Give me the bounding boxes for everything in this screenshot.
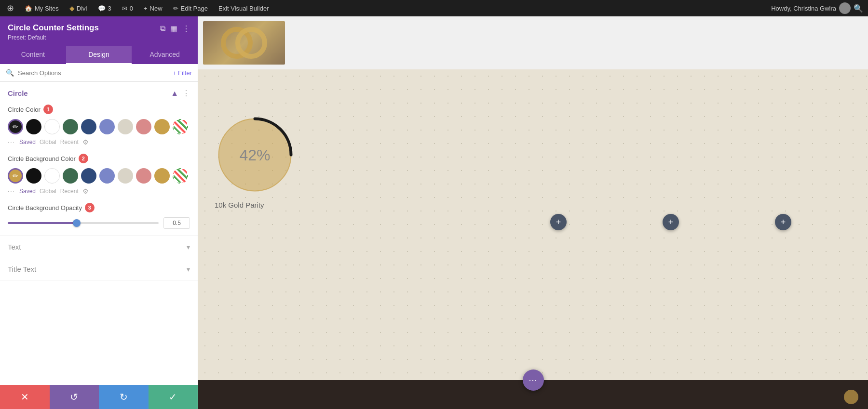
circle-bg-opacity-badge: 3: [85, 203, 95, 212]
circle-color-actions: ··· Saved Global Recent ⚙: [8, 134, 190, 147]
filter-button[interactable]: + Filter: [173, 69, 192, 77]
circle-section: Circle ▲ ⋮ Circle Color 1 ✏: [0, 82, 198, 236]
main-layout: Circle Counter Settings Preset: Default …: [0, 16, 868, 409]
color-swatch[interactable]: [136, 168, 151, 184]
color-swatch[interactable]: [44, 119, 60, 134]
save-button[interactable]: ✓: [149, 385, 198, 409]
circle-bg-color-label: Circle Background Color 2: [8, 154, 190, 163]
collapse-icon[interactable]: ⧉: [160, 24, 165, 33]
color-dots[interactable]: ···: [8, 188, 15, 195]
circle-color-field: Circle Color 1 ✏: [0, 105, 198, 154]
color-swatch[interactable]: [99, 119, 115, 134]
text-section[interactable]: Text ▾: [0, 236, 198, 258]
opacity-value-input[interactable]: 0.5: [163, 217, 190, 229]
add-column-button-1[interactable]: +: [550, 214, 567, 230]
color-swatch-striped[interactable]: [173, 119, 188, 134]
color-global-btn[interactable]: Global: [40, 139, 56, 145]
circle-bg-color-field: Circle Background Color 2 ✏: [0, 154, 198, 203]
color-swatch[interactable]: [81, 119, 96, 134]
canvas-main-area: 42% 10k Gold Parity + + + +: [198, 69, 868, 380]
wordpress-icon: ⊕: [7, 3, 14, 13]
circle-bg-opacity-field: Circle Background Opacity 3 0.5: [0, 203, 198, 236]
circle-section-header[interactable]: Circle ▲ ⋮: [0, 82, 198, 105]
circle-color-swatches: ✏: [8, 119, 190, 134]
color-swatch[interactable]: [63, 168, 78, 184]
color-swatch[interactable]: [118, 119, 133, 134]
circle-counter-label: 10k Gold Parity: [213, 201, 297, 209]
wp-bar-left: ⊕ 🏠 My Sites ◈ Divi 💬 3 ✉ 0 + New ✏ Edit…: [5, 2, 763, 14]
circle-percent-value: 42%: [239, 146, 270, 164]
color-swatch[interactable]: [136, 119, 151, 134]
search-icon[interactable]: 🔍: [854, 4, 863, 13]
my-sites-button[interactable]: 🏠 My Sites: [23, 4, 61, 13]
color-swatch[interactable]: [81, 168, 96, 184]
tab-content[interactable]: Content: [0, 46, 66, 64]
tab-design[interactable]: Design: [66, 46, 132, 64]
section-more-icon[interactable]: ⋮: [182, 89, 190, 98]
header-icons: ⧉ ▦ ⋮: [160, 24, 190, 33]
search-input[interactable]: [18, 69, 169, 77]
chevron-up-icon[interactable]: ▲: [171, 89, 178, 98]
comments-button[interactable]: 💬 3: [96, 4, 113, 13]
bottom-bar: ✕ ↺ ↻ ✓: [0, 385, 198, 409]
circle-color-badge: 1: [43, 105, 53, 114]
color-swatch[interactable]: [154, 168, 170, 184]
bg-color-swatch-active[interactable]: ✏: [8, 168, 23, 184]
color-swatch[interactable]: [26, 119, 41, 134]
color-recent-btn[interactable]: Recent: [60, 139, 79, 145]
add-column-button-2[interactable]: +: [663, 214, 679, 230]
opacity-slider-track[interactable]: [8, 222, 159, 224]
color-settings-icon[interactable]: ⚙: [82, 138, 89, 146]
color-swatch[interactable]: [154, 119, 170, 134]
redo-button[interactable]: ↻: [99, 385, 149, 409]
circle-color-label: Circle Color 1: [8, 105, 190, 114]
section-controls: ▲ ⋮: [171, 89, 190, 98]
house-icon: 🏠: [25, 5, 32, 12]
opacity-slider-thumb[interactable]: [73, 219, 81, 227]
sidebar-header: Circle Counter Settings Preset: Default …: [0, 16, 198, 46]
color-swatch[interactable]: [118, 168, 133, 184]
edit-page-button[interactable]: ✏ Edit Page: [171, 4, 210, 13]
exit-visual-builder-button[interactable]: Exit Visual Builder: [217, 4, 271, 13]
canvas-footer: ···: [198, 380, 868, 409]
undo-button[interactable]: ↺: [50, 385, 99, 409]
messages-button[interactable]: ✉ 0: [120, 4, 135, 13]
color-global-btn[interactable]: Global: [40, 188, 56, 195]
color-swatch[interactable]: [26, 168, 41, 184]
color-saved-btn[interactable]: Saved: [19, 139, 36, 145]
tab-advanced[interactable]: Advanced: [132, 46, 198, 64]
circle-counter-widget[interactable]: 42% 10k Gold Parity: [213, 113, 297, 209]
circle-bg-color-actions: ··· Saved Global Recent ⚙: [8, 184, 190, 196]
color-saved-btn[interactable]: Saved: [19, 188, 36, 195]
builder-float-button[interactable]: ···: [523, 369, 544, 391]
footer-icon: [844, 390, 858, 404]
more-icon[interactable]: ⋮: [182, 24, 190, 33]
user-menu[interactable]: Howdy, Christina Gwira 🔍: [771, 2, 863, 14]
color-dots[interactable]: ···: [8, 139, 15, 145]
search-bar: 🔍 + Filter: [0, 64, 198, 82]
grid-icon[interactable]: ▦: [170, 24, 177, 33]
new-button[interactable]: + New: [142, 4, 164, 13]
cancel-button[interactable]: ✕: [0, 385, 50, 409]
add-column-button-3[interactable]: +: [775, 214, 791, 230]
divi-button[interactable]: ◈ Divi: [68, 4, 89, 13]
color-recent-btn[interactable]: Recent: [60, 188, 79, 195]
color-swatch[interactable]: [63, 119, 78, 134]
color-swatch[interactable]: [44, 168, 60, 184]
color-swatch-striped[interactable]: [173, 168, 188, 184]
chevron-down-icon[interactable]: ▾: [187, 265, 190, 273]
edit-icon: ✏: [173, 5, 178, 12]
plus-icon: +: [144, 5, 148, 12]
title-text-section[interactable]: Title Text ▾: [0, 258, 198, 280]
chevron-down-icon[interactable]: ▾: [187, 243, 190, 251]
color-swatch[interactable]: [99, 168, 115, 184]
color-settings-icon[interactable]: ⚙: [82, 187, 89, 195]
search-icon: 🔍: [6, 69, 14, 77]
canvas-area: 42% 10k Gold Parity + + + + ···: [198, 16, 868, 409]
comment-icon: 💬: [98, 5, 106, 12]
wp-logo-button[interactable]: ⊕: [5, 2, 16, 14]
preset-selector[interactable]: Preset: Default: [8, 34, 99, 41]
message-icon: ✉: [122, 5, 127, 12]
color-swatch-active[interactable]: ✏: [8, 119, 23, 134]
opacity-slider-fill: [8, 222, 76, 224]
